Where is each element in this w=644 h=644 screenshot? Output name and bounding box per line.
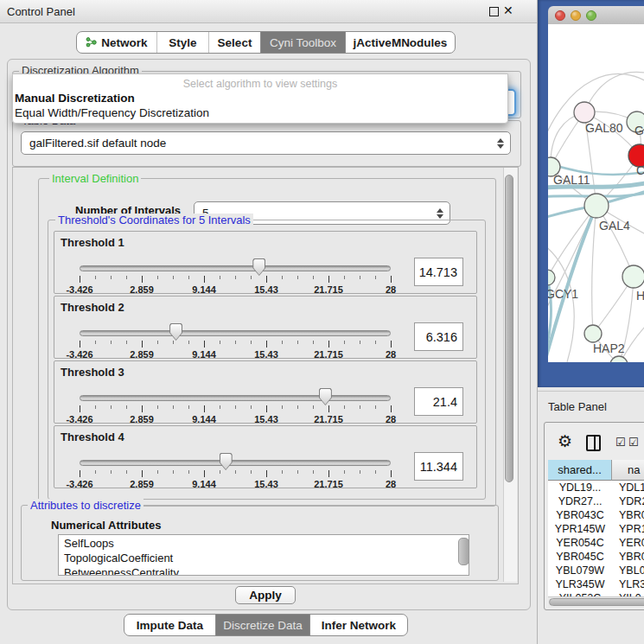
- slider-thumb[interactable]: [169, 323, 182, 341]
- tick: [220, 470, 220, 474]
- tick-label: 15.43: [254, 349, 278, 360]
- zoom-button-icon[interactable]: [586, 10, 596, 21]
- slider-thumb[interactable]: [220, 453, 233, 470]
- slider-track[interactable]: [80, 460, 391, 466]
- bottom-tab-impute-data[interactable]: Impute Data: [124, 615, 215, 635]
- table-row[interactable]: YBR043CYBR0: [548, 508, 644, 522]
- table-cell[interactable]: YBR0: [612, 550, 644, 564]
- dropdown-option-equal-width-frequency[interactable]: Equal Width/Frequency Discretization: [15, 106, 209, 119]
- table-cell[interactable]: YLR345W: [548, 577, 612, 591]
- attribute-item-topologicalcoefficient[interactable]: TopologicalCoefficient: [59, 552, 469, 564]
- table-cell[interactable]: YPR145W: [548, 522, 612, 536]
- close-button-icon[interactable]: [555, 10, 565, 21]
- threshold-4-value-field[interactable]: [414, 452, 463, 481]
- tick: [266, 405, 267, 412]
- gear-icon[interactable]: ⚙: [558, 431, 572, 451]
- slider-track[interactable]: [80, 330, 391, 336]
- tick: [80, 341, 80, 348]
- table-cell[interactable]: YER054C: [548, 536, 612, 550]
- tick: [375, 341, 376, 344]
- table-cell[interactable]: YDL19...: [548, 481, 612, 494]
- table-data-combobox[interactable]: galFiltered.sif default node: [21, 131, 511, 155]
- tab-cyni-toolbox[interactable]: Cyni Toolbox: [260, 32, 345, 53]
- dropdown-option-manual-discretization[interactable]: Manual Discretization: [15, 92, 135, 105]
- bottom-tab-discretize-data[interactable]: Discretize Data: [215, 615, 309, 635]
- table-row[interactable]: YDR27...YDR2: [548, 494, 644, 508]
- table-cell[interactable]: YBL0: [612, 564, 644, 577]
- column-checkbox-icon[interactable]: ☑: [615, 436, 626, 449]
- slider-thumb[interactable]: [319, 388, 332, 405]
- tick: [188, 341, 189, 344]
- bottom-tab-infer-network[interactable]: Infer Network: [309, 615, 407, 635]
- table-cell[interactable]: YER0: [612, 536, 644, 550]
- horizontal-scrollbar[interactable]: [548, 596, 644, 608]
- threshold-2-slider[interactable]: -3.4262.8599.14415.4321.71528: [80, 326, 391, 360]
- close-icon[interactable]: ✕: [503, 3, 513, 17]
- column-checkbox-icon[interactable]: ☑: [628, 436, 639, 449]
- network-window-titlebar[interactable]: [548, 6, 644, 25]
- threshold-1-slider[interactable]: -3.4262.8599.14415.4321.71528: [80, 261, 391, 296]
- table-cell[interactable]: YLR3: [612, 577, 644, 591]
- table-cell[interactable]: YBR045C: [548, 550, 612, 564]
- table-cell[interactable]: YDL1: [612, 481, 644, 494]
- network-node[interactable]: [548, 270, 555, 285]
- network-node[interactable]: [584, 194, 609, 218]
- attribute-item-betweennesscentrality[interactable]: BetweennessCentrality: [59, 566, 469, 576]
- horizontal-scrollbar-thumb[interactable]: [549, 598, 644, 606]
- tab-style[interactable]: Style: [156, 32, 208, 53]
- tick-label: 28: [386, 349, 396, 360]
- network-node[interactable]: [584, 325, 602, 342]
- table-row[interactable]: YPR145WYPR1: [548, 522, 644, 536]
- slider-tick-labels: -3.4262.8599.14415.4321.71528: [80, 479, 391, 489]
- screen: Control Panel ✕ NetworkStyleSelectCyni T…: [0, 0, 644, 644]
- tab-select[interactable]: Select: [208, 32, 260, 53]
- tick: [313, 405, 314, 409]
- vertical-scrollbar-thumb[interactable]: [505, 175, 513, 482]
- tick: [142, 405, 143, 412]
- table-cell[interactable]: YDR2: [612, 494, 644, 508]
- slider-thumb[interactable]: [252, 258, 265, 276]
- table-cell[interactable]: YBR043C: [548, 508, 612, 522]
- float-window-icon[interactable]: [489, 7, 499, 16]
- threshold-2-value-field[interactable]: [414, 322, 463, 351]
- numerical-attributes-list[interactable]: SelfLoopsTopologicalCoefficientBetweenne…: [58, 534, 469, 576]
- network-node[interactable]: [610, 356, 628, 362]
- threshold-3-value-field[interactable]: [414, 387, 463, 416]
- minimize-button-icon[interactable]: [571, 10, 581, 21]
- table-row[interactable]: YLR345WYLR3: [548, 577, 644, 591]
- dropdown-hint: Select algorithm to view settings: [13, 78, 507, 90]
- column-layout-icon[interactable]: [586, 435, 601, 451]
- attributes-list-scrollbar-thumb[interactable]: [458, 538, 469, 565]
- network-node[interactable]: [622, 265, 644, 288]
- tick: [375, 276, 376, 279]
- table-row[interactable]: YDL19...YDL1: [548, 481, 644, 494]
- tick: [360, 470, 360, 474]
- table-cell[interactable]: YDR27...: [548, 494, 612, 508]
- tick-label: 21.715: [314, 414, 343, 424]
- node-label-gal80: GAL80: [585, 121, 623, 135]
- table-row[interactable]: YBR045CYBR0: [548, 550, 644, 564]
- tick: [220, 276, 220, 279]
- table-header-shared-name[interactable]: shared...: [548, 460, 612, 481]
- network-node[interactable]: [574, 102, 595, 123]
- threshold-4-slider[interactable]: -3.4262.8599.14415.4321.71528: [80, 456, 391, 490]
- table-cell[interactable]: YBL079W: [548, 564, 612, 577]
- table-row[interactable]: YBL079WYBL0: [548, 564, 644, 577]
- attribute-item-selfloops[interactable]: SelfLoops: [59, 537, 469, 550]
- tick: [111, 470, 112, 474]
- table-row[interactable]: YER054CYER0: [548, 536, 644, 550]
- apply-button[interactable]: Apply: [235, 586, 296, 604]
- threshold-1-value-field[interactable]: [414, 258, 463, 286]
- tab-network[interactable]: Network: [77, 32, 156, 53]
- table-header-name[interactable]: na: [612, 460, 644, 481]
- threshold-3-slider[interactable]: -3.4262.8599.14415.4321.71528: [80, 391, 391, 425]
- tick: [173, 470, 174, 474]
- network-edge: [592, 206, 596, 334]
- tab-jactivemnodules[interactable]: jActiveMNodules: [345, 32, 455, 53]
- slider-track[interactable]: [80, 395, 391, 401]
- table-cell[interactable]: YPR1: [612, 522, 644, 536]
- tick: [266, 276, 267, 283]
- network-canvas[interactable]: GAL80GCGAL11GAL4GCY1HHAP2: [548, 24, 644, 362]
- slider-track[interactable]: [80, 265, 391, 271]
- table-cell[interactable]: YBR0: [612, 508, 644, 522]
